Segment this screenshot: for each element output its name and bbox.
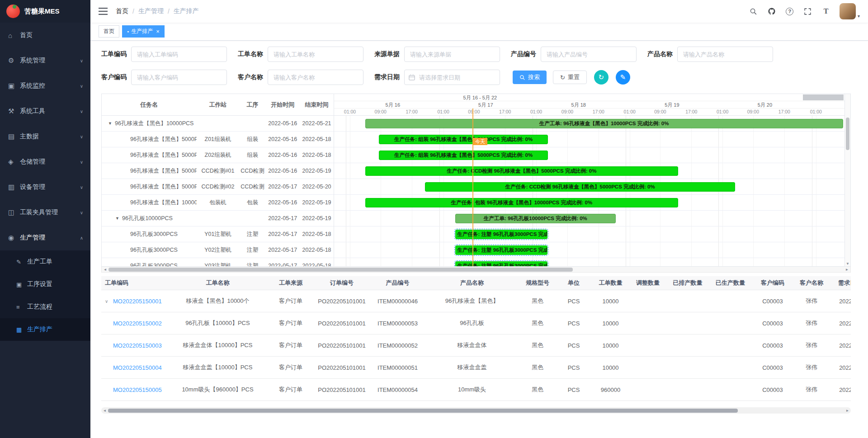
avatar[interactable] [840,3,856,19]
scroll-right-icon[interactable]: ► [844,268,850,272]
gantt-bar[interactable]: 生产任务: 注塑 96孔孔板3000PCS 完成比例: 0% [455,245,547,255]
scrollbar-thumb[interactable] [108,409,738,413]
gantt-bar[interactable]: 生产任务: 组装 96孔移液盒【黑色】5000PCS 完成比例: 0% [379,151,548,160]
gantt-bar[interactable]: 生产任务: 注塑 96孔孔板3000PCS 完成比例: 0% [455,261,547,266]
fullscreen-icon[interactable] [803,7,812,16]
order-code-link[interactable]: MO202205150003 [113,342,162,349]
gantt-vertical-scrollbar[interactable]: ▼ [844,94,850,266]
sidebar-item[interactable]: ▣ 系统监控 ∨ [0,73,90,99]
order-code-link[interactable]: MO202205150001 [113,298,162,305]
tab-home[interactable]: 首页 [99,25,119,38]
breadcrumb-item[interactable]: 生产管理 [138,7,164,15]
order-code-link[interactable]: MO202205150004 [113,364,162,371]
order-row[interactable]: MO202205150002 96孔孔板【10000】PCS 客户订单 PO20… [101,312,851,334]
demand-date-input[interactable] [404,70,500,85]
gantt-task-row[interactable]: 96孔移液盒【黑色】5000PCS CCD检测#02 CCD检测 2022-05… [102,179,334,195]
tab-production-scheduling[interactable]: ● 生产排产 × [122,25,165,38]
github-icon[interactable] [767,7,776,16]
scroll-left-icon[interactable]: ◄ [101,409,108,413]
breadcrumb-home[interactable]: 首页 [116,7,128,15]
sidebar-subitem-label: 生产排产 [27,325,83,334]
filter-input[interactable] [404,47,500,62]
scrollbar-thumb[interactable] [846,118,849,150]
order-row[interactable]: MO202205150005 10mm吸头【960000】PCS 客户订单 PO… [101,379,851,401]
column-header: 结束时间 [300,101,334,109]
close-icon[interactable]: × [156,28,160,34]
font-size-icon[interactable]: T [821,7,830,16]
gantt-task-row[interactable]: 96孔移液盒【黑色】5000PCS CCD检测#01 CCD检测 2022-05… [102,163,334,179]
sidebar-item[interactable]: ◫ 工装夹具管理 ∨ [0,200,90,225]
scrollbar-thumb[interactable] [108,268,573,272]
gantt-bar[interactable]: 生产工单: 96孔孔板10000PCS 完成比例: 0% [455,214,616,223]
sidebar-item[interactable]: ⚒ 系统工具 ∨ [0,99,90,124]
filter-label: 工单编码 [101,50,127,58]
user-menu[interactable]: ▾ [840,3,860,19]
filter-input[interactable] [541,47,637,62]
gantt-bar[interactable]: 生产工单: 96孔移液盒【黑色】10000PCS 完成比例: 0% [365,119,843,128]
gantt-panel: 任务名 工作站 工序 开始时间 结束时间 ▼ 96孔移液盒【黑色】10000PC… [101,94,851,267]
filter-input[interactable] [131,47,227,62]
table-column-header: 产品编号 [371,279,425,287]
gantt-bar[interactable]: 生产任务: 组装 96孔移液盒【黑色】5000PCS 完成比例: 0% [379,135,548,144]
gantt-task-row[interactable]: 96孔孔板3000PCS Y02注塑机 注塑 2022-05-17 2022-0… [102,242,334,258]
table-horizontal-scrollbar[interactable]: ◄ ► [101,407,851,414]
sync-button[interactable]: ↻ [594,70,609,85]
sidebar-subitem[interactable]: ▦ 生产排产 [0,318,90,341]
expand-arrow-icon[interactable]: ▼ [108,121,113,126]
sidebar-item-icon: ⚒ [8,107,20,115]
product-number-cell: ITEM00000053 [371,320,425,327]
gantt-task-row[interactable]: 96孔移液盒【黑色】5000PCS Z01组装机 组装 2022-05-16 2… [102,132,334,147]
gantt-task-row[interactable]: 96孔孔板3000PCS Y01注塑机 注塑 2022-05-17 2022-0… [102,226,334,242]
order-row[interactable]: MO202205150003 移液盒盒体【10000】PCS 客户订单 PO20… [101,334,851,357]
gantt-task-row[interactable]: ▼ 96孔孔板10000PCS 2022-05-17 2022-05-19 [102,211,334,226]
tags-view-bar: 首页 ● 生产排产 × [90,23,868,41]
hour-label: 09:00 [375,109,387,114]
gantt-task-row[interactable]: 96孔孔板3000PCS Y03注塑机 注塑 2022-05-17 2022-0… [102,258,334,266]
gantt-horizontal-scrollbar[interactable]: ◄ ► [101,267,851,273]
filter-input[interactable] [131,70,227,85]
order-row[interactable]: MO202205150004 移液盒盒盖【10000】PCS 客户订单 PO20… [101,357,851,379]
task-start: 2022-05-17 [265,184,300,190]
task-station: CCD检测#02 [197,183,240,191]
sidebar-subitem[interactable]: ✎ 生产工单 [0,250,90,273]
gantt-bar[interactable]: 生产任务: CCD检测 96孔移液盒【黑色】5000PCS 完成比例: 0% [365,166,678,176]
filter-input[interactable] [268,47,363,62]
filter-label: 需求日期 [374,73,400,81]
gantt-task-row[interactable]: 96孔移液盒【黑色】10000PCS 包装机 包装 2022-05-16 202… [102,195,334,211]
scroll-right-icon[interactable]: ► [844,409,851,413]
order-code-link[interactable]: MO202205150002 [113,320,162,327]
gantt-task-row[interactable]: 96孔移液盒【黑色】5000PCS Z02组装机 组装 2022-05-16 2… [102,147,334,163]
sidebar-subitem[interactable]: ▣ 工序设置 [0,273,90,296]
scroll-left-icon[interactable]: ◄ [102,268,108,272]
gantt-bar[interactable]: 生产任务: CCD检测 96孔移液盒【黑色】5000PCS 完成比例: 0% [425,182,735,192]
search-button[interactable]: 搜索 [513,71,547,84]
reset-button[interactable]: ↻ 重置 [553,71,587,84]
search-icon[interactable] [749,7,758,16]
sidebar-item[interactable]: ◈ 仓储管理 ∨ [0,149,90,174]
sidebar-item-label: 生产管理 [20,234,80,242]
sidebar-item[interactable]: ◉ 生产管理 ∧ [0,225,90,250]
sidebar-item[interactable]: ▥ 设备管理 ∨ [0,174,90,200]
logo[interactable]: 苦糖果MES [0,0,90,23]
unit-cell: PCS [556,298,592,305]
filter-input[interactable] [268,70,363,85]
product-name-cell: 移液盒盒盖 [425,363,519,372]
order-code-link[interactable]: MO202205150005 [113,386,162,393]
order-row[interactable]: ∨ MO202205150001 移液盒【黑色】10000个 客户订单 PO20… [101,290,851,312]
sidebar-item[interactable]: ⚙ 系统管理 ∨ [0,48,90,73]
sidebar-item[interactable]: ⌂ 首页 [0,23,90,48]
gantt-bar[interactable]: 生产任务: 包装 96孔移液盒【黑色】10000PCS 完成比例: 0% [365,198,678,207]
filter-input[interactable] [677,47,773,62]
expand-arrow-icon[interactable]: ▼ [115,216,120,221]
help-icon[interactable]: ? [785,7,794,16]
scroll-down-icon[interactable]: ▼ [845,262,850,266]
gantt-bar[interactable]: 生产任务: 注塑 96孔孔板3000PCS 完成比例: 0% [455,230,547,239]
gantt-task-row[interactable]: ▼ 96孔移液盒【黑色】10000PCS 2022-05-16 2022-05-… [102,116,334,132]
sidebar-subitem-label: 工艺流程 [27,303,83,311]
row-expand-icon[interactable]: ∨ [105,299,110,304]
edit-button[interactable]: ✎ [616,70,630,85]
breadcrumb-item[interactable]: 生产排产 [174,7,199,15]
sidebar-item[interactable]: ▤ 主数据 ∨ [0,124,90,149]
hamburger-icon[interactable] [99,8,108,15]
sidebar-subitem[interactable]: ≡ 工艺流程 [0,296,90,318]
